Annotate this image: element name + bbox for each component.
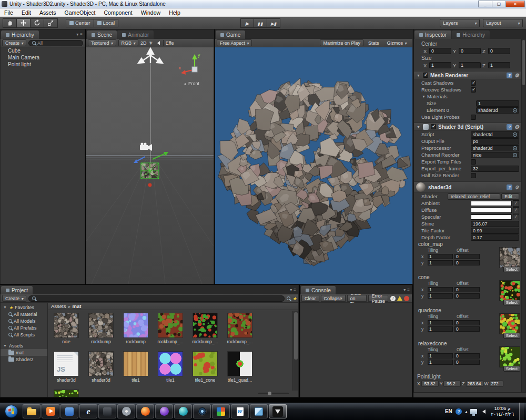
- asset-tile-tile1-relax[interactable]: tile1_relax...: [49, 388, 84, 397]
- maximize-on-play-toggle[interactable]: Maximize on Play: [320, 39, 363, 46]
- export-per-frame-field[interactable]: 32: [471, 166, 519, 172]
- error-filter-icon[interactable]: [404, 296, 409, 301]
- select-texture-button[interactable]: Select: [503, 300, 520, 305]
- asset-tile-tile1-cone[interactable]: tile1_cone: [188, 350, 222, 388]
- search-by-type-icon[interactable]: [287, 296, 290, 300]
- taskbar-app-purple[interactable]: [155, 404, 173, 418]
- offset-x-field[interactable]: 0: [454, 287, 480, 292]
- tab-scene[interactable]: Scene: [87, 30, 117, 39]
- help-icon[interactable]: [507, 185, 512, 190]
- foldout-icon[interactable]: [3, 344, 7, 347]
- favorites-root[interactable]: Favorites: [1, 304, 47, 311]
- asset-tile-rockbump-normal[interactable]: rockbump: [118, 311, 153, 350]
- size-z-field[interactable]: 1: [488, 62, 510, 68]
- object-picker-icon[interactable]: [513, 146, 517, 150]
- help-tray-icon[interactable]: [456, 408, 462, 415]
- taskbar-app-utorrent[interactable]: [174, 404, 192, 418]
- tiling-y-field[interactable]: 1: [428, 326, 453, 332]
- taskbar-clock[interactable]: 10:06 م ٢٠١٤/٠٣/٢٦: [489, 406, 516, 417]
- tab-animator[interactable]: Animator: [117, 30, 154, 39]
- favorite-all-prefabs[interactable]: All Prefabs: [1, 324, 47, 331]
- taskbar-app-blue[interactable]: [60, 404, 78, 418]
- offset-x-field[interactable]: 0: [454, 254, 480, 259]
- materials-size-field[interactable]: 1: [476, 100, 519, 107]
- tiling-x-field[interactable]: 1: [428, 353, 453, 358]
- ambient-color-swatch[interactable]: [471, 201, 512, 206]
- tab-console[interactable]: Console: [301, 286, 336, 294]
- offset-x-field[interactable]: 0: [454, 320, 480, 325]
- taskbar-app-dark[interactable]: [98, 404, 116, 418]
- taskbar-app-explorer[interactable]: [23, 404, 41, 418]
- taskbar-app-unity-active[interactable]: [269, 404, 287, 418]
- favorite-all-scripts[interactable]: All Scripts: [1, 331, 47, 338]
- select-texture-button[interactable]: Select: [503, 267, 520, 272]
- receive-shadows-checkbox[interactable]: [471, 87, 476, 93]
- edit-shader-button[interactable]: Edit...: [501, 193, 519, 200]
- pointlight-z-field[interactable]: 263.64: [466, 381, 483, 387]
- gizmo-front-label[interactable]: Front: [183, 81, 199, 86]
- taskbar-app-firefox[interactable]: [136, 404, 154, 418]
- toggle-2d-button[interactable]: 2D: [140, 40, 147, 46]
- folder-mat[interactable]: mat: [1, 349, 47, 356]
- object-picker-icon[interactable]: [513, 108, 517, 112]
- thumbnail-size-slider[interactable]: [258, 392, 289, 395]
- gear-icon[interactable]: [514, 124, 519, 130]
- assets-root-folder[interactable]: Assets: [1, 342, 47, 349]
- favorite-all-models[interactable]: All Models: [1, 317, 47, 324]
- hierarchy-item-point-light[interactable]: Point light: [1, 61, 85, 68]
- tiling-x-field[interactable]: 1: [428, 320, 453, 325]
- help-icon[interactable]: [507, 73, 512, 78]
- preprocessor-object-field[interactable]: shader3d: [471, 145, 519, 151]
- menu-gameobject[interactable]: GameObject: [60, 8, 100, 16]
- move-tool-button[interactable]: [16, 18, 31, 28]
- object-picker-icon[interactable]: [513, 153, 517, 157]
- gear-icon[interactable]: [514, 185, 519, 190]
- taskbar-app-word[interactable]: [231, 404, 249, 418]
- volume-icon[interactable]: [480, 409, 485, 414]
- grid-scrollbar[interactable]: [292, 311, 298, 391]
- material-header[interactable]: shader3d: [414, 181, 521, 193]
- taskbar-app-3dbox[interactable]: [250, 404, 268, 418]
- colormap-texture-thumbnail[interactable]: [499, 247, 520, 268]
- asset-tile-tile1-wood[interactable]: tile1: [118, 350, 153, 388]
- asset-tile-tile1-tiles[interactable]: tile1: [153, 350, 188, 388]
- pointlight-y-field[interactable]: -96.2: [443, 381, 461, 387]
- stats-toggle[interactable]: Stats: [365, 39, 382, 46]
- light-probes-checkbox[interactable]: [471, 115, 476, 120]
- shader3d-script-header[interactable]: Shader 3d (Script): [414, 122, 521, 131]
- lighting-toggle-ic[interactable]: ☀: [149, 40, 153, 46]
- tiling-x-field[interactable]: 1: [428, 287, 453, 292]
- taskbar-app-media-player[interactable]: [42, 404, 59, 418]
- mesh-renderer-header[interactable]: Mesh Renderer: [414, 71, 521, 79]
- channel-reorder-object-field[interactable]: nice: [471, 152, 519, 158]
- show-desktop-button[interactable]: [519, 403, 524, 420]
- component-enabled-checkbox[interactable]: [423, 73, 428, 78]
- center-x-field[interactable]: 0: [429, 48, 451, 54]
- specular-color-swatch[interactable]: [471, 214, 512, 220]
- shine-field[interactable]: 196.07: [471, 221, 519, 227]
- panel-menu-icon[interactable]: [403, 288, 410, 292]
- menu-window[interactable]: Window: [137, 8, 165, 16]
- step-button[interactable]: [267, 18, 280, 28]
- pointlight-x-field[interactable]: -53.82: [421, 381, 439, 387]
- color-picker-icon[interactable]: [513, 200, 519, 207]
- foldout-icon[interactable]: [416, 74, 421, 77]
- hierarchy-item-main-camera[interactable]: Main Camera: [1, 54, 85, 61]
- panel-menu-icon[interactable]: [76, 32, 83, 37]
- shader-dropdown[interactable]: relaxed_cone_relief: [448, 193, 500, 200]
- asset-tile-rockbump-cone[interactable]: rockbump_...: [153, 311, 188, 350]
- network-icon[interactable]: [470, 409, 477, 414]
- offset-y-field[interactable]: 0: [454, 360, 480, 365]
- taskbar-app-internet-explorer[interactable]: [79, 404, 97, 418]
- render-mode-dropdown[interactable]: RGB: [118, 39, 139, 46]
- tab-inspector[interactable]: Inspector: [414, 30, 451, 39]
- rotate-tool-button[interactable]: [30, 18, 44, 28]
- gear-icon[interactable]: [514, 73, 519, 78]
- menu-help[interactable]: Help: [165, 8, 185, 16]
- asset-tile-rockbump-quad[interactable]: rockbump_...: [188, 311, 222, 350]
- tiling-y-field[interactable]: 1: [428, 260, 453, 265]
- center-y-field[interactable]: 0: [459, 48, 481, 54]
- aspect-ratio-dropdown[interactable]: Free Aspect: [217, 39, 252, 46]
- clear-on-play-button[interactable]: Clear on Play: [347, 295, 367, 302]
- tiling-x-field[interactable]: 1: [428, 254, 453, 259]
